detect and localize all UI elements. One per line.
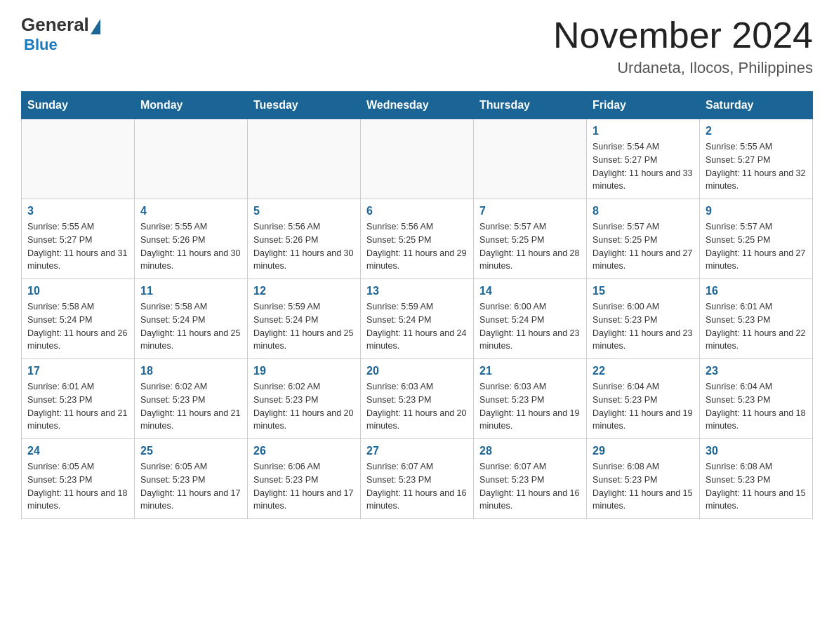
day-number: 11: [140, 285, 241, 297]
day-info: Sunrise: 6:02 AMSunset: 5:23 PMDaylight:…: [253, 380, 355, 433]
calendar-cell: 27Sunrise: 6:07 AMSunset: 5:23 PMDayligh…: [361, 439, 474, 519]
day-info: Sunrise: 6:03 AMSunset: 5:23 PMDaylight:…: [366, 380, 468, 433]
location-subtitle: Urdaneta, Ilocos, Philippines: [553, 59, 813, 77]
calendar-cell: 7Sunrise: 5:57 AMSunset: 5:25 PMDaylight…: [474, 199, 587, 279]
calendar-cell: 18Sunrise: 6:02 AMSunset: 5:23 PMDayligh…: [135, 359, 248, 439]
weekday-header-sunday: Sunday: [22, 92, 135, 119]
day-info: Sunrise: 5:58 AMSunset: 5:24 PMDaylight:…: [27, 300, 128, 353]
calendar-cell: 21Sunrise: 6:03 AMSunset: 5:23 PMDayligh…: [474, 359, 587, 439]
day-number: 1: [593, 125, 694, 137]
day-number: 22: [593, 365, 694, 377]
calendar-cell: 28Sunrise: 6:07 AMSunset: 5:23 PMDayligh…: [474, 439, 587, 519]
day-number: 27: [366, 445, 468, 457]
week-row-5: 24Sunrise: 6:05 AMSunset: 5:23 PMDayligh…: [22, 439, 813, 519]
day-number: 29: [593, 445, 694, 457]
calendar-cell: [22, 119, 135, 199]
calendar-cell: 6Sunrise: 5:56 AMSunset: 5:25 PMDaylight…: [361, 199, 474, 279]
day-number: 24: [27, 445, 128, 457]
calendar-cell: 1Sunrise: 5:54 AMSunset: 5:27 PMDaylight…: [587, 119, 700, 199]
day-info: Sunrise: 6:03 AMSunset: 5:23 PMDaylight:…: [479, 380, 581, 433]
logo-blue-text: Blue: [24, 36, 58, 54]
month-year-title: November 2024: [553, 14, 813, 56]
weekday-header-monday: Monday: [135, 92, 248, 119]
calendar-cell: 4Sunrise: 5:55 AMSunset: 5:26 PMDaylight…: [135, 199, 248, 279]
calendar-cell: 22Sunrise: 6:04 AMSunset: 5:23 PMDayligh…: [587, 359, 700, 439]
calendar-cell: 20Sunrise: 6:03 AMSunset: 5:23 PMDayligh…: [361, 359, 474, 439]
calendar-cell: 25Sunrise: 6:05 AMSunset: 5:23 PMDayligh…: [135, 439, 248, 519]
weekday-header-tuesday: Tuesday: [248, 92, 361, 119]
calendar-cell: 9Sunrise: 5:57 AMSunset: 5:25 PMDaylight…: [700, 199, 813, 279]
calendar-cell: 11Sunrise: 5:58 AMSunset: 5:24 PMDayligh…: [135, 279, 248, 359]
calendar-cell: 16Sunrise: 6:01 AMSunset: 5:23 PMDayligh…: [700, 279, 813, 359]
logo: General Blue: [21, 14, 102, 54]
day-number: 20: [366, 365, 468, 377]
title-section: November 2024 Urdaneta, Ilocos, Philippi…: [553, 14, 813, 77]
day-info: Sunrise: 5:55 AMSunset: 5:26 PMDaylight:…: [140, 220, 241, 273]
logo-general-text: General: [21, 14, 89, 36]
calendar-cell: 29Sunrise: 6:08 AMSunset: 5:23 PMDayligh…: [587, 439, 700, 519]
day-info: Sunrise: 6:08 AMSunset: 5:23 PMDaylight:…: [706, 460, 807, 513]
week-row-2: 3Sunrise: 5:55 AMSunset: 5:27 PMDaylight…: [22, 199, 813, 279]
calendar-cell: 12Sunrise: 5:59 AMSunset: 5:24 PMDayligh…: [248, 279, 361, 359]
week-row-1: 1Sunrise: 5:54 AMSunset: 5:27 PMDaylight…: [22, 119, 813, 199]
day-info: Sunrise: 6:08 AMSunset: 5:23 PMDaylight:…: [593, 460, 694, 513]
day-info: Sunrise: 6:02 AMSunset: 5:23 PMDaylight:…: [140, 380, 241, 433]
calendar-cell: 10Sunrise: 5:58 AMSunset: 5:24 PMDayligh…: [22, 279, 135, 359]
day-number: 14: [479, 285, 581, 297]
day-number: 23: [706, 365, 807, 377]
logo-triangle-icon: [91, 19, 100, 34]
day-number: 9: [706, 205, 807, 217]
day-info: Sunrise: 5:56 AMSunset: 5:25 PMDaylight:…: [366, 220, 468, 273]
weekday-header-wednesday: Wednesday: [361, 92, 474, 119]
day-info: Sunrise: 5:57 AMSunset: 5:25 PMDaylight:…: [479, 220, 581, 273]
calendar-header-row: SundayMondayTuesdayWednesdayThursdayFrid…: [22, 92, 813, 119]
day-info: Sunrise: 6:04 AMSunset: 5:23 PMDaylight:…: [593, 380, 694, 433]
day-info: Sunrise: 5:57 AMSunset: 5:25 PMDaylight:…: [706, 220, 807, 273]
day-number: 26: [253, 445, 355, 457]
calendar-cell: 14Sunrise: 6:00 AMSunset: 5:24 PMDayligh…: [474, 279, 587, 359]
day-info: Sunrise: 5:54 AMSunset: 5:27 PMDaylight:…: [593, 140, 694, 193]
day-number: 4: [140, 205, 241, 217]
day-number: 30: [706, 445, 807, 457]
day-number: 5: [253, 205, 355, 217]
day-info: Sunrise: 6:00 AMSunset: 5:23 PMDaylight:…: [593, 300, 694, 353]
day-info: Sunrise: 6:05 AMSunset: 5:23 PMDaylight:…: [140, 460, 241, 513]
week-row-3: 10Sunrise: 5:58 AMSunset: 5:24 PMDayligh…: [22, 279, 813, 359]
calendar-cell: [135, 119, 248, 199]
day-number: 15: [593, 285, 694, 297]
day-info: Sunrise: 6:01 AMSunset: 5:23 PMDaylight:…: [706, 300, 807, 353]
day-info: Sunrise: 5:59 AMSunset: 5:24 PMDaylight:…: [366, 300, 468, 353]
day-info: Sunrise: 6:06 AMSunset: 5:23 PMDaylight:…: [253, 460, 355, 513]
calendar-cell: 26Sunrise: 6:06 AMSunset: 5:23 PMDayligh…: [248, 439, 361, 519]
day-info: Sunrise: 5:58 AMSunset: 5:24 PMDaylight:…: [140, 300, 241, 353]
calendar-cell: 17Sunrise: 6:01 AMSunset: 5:23 PMDayligh…: [22, 359, 135, 439]
day-info: Sunrise: 6:07 AMSunset: 5:23 PMDaylight:…: [479, 460, 581, 513]
calendar-cell: 2Sunrise: 5:55 AMSunset: 5:27 PMDaylight…: [700, 119, 813, 199]
calendar-cell: 24Sunrise: 6:05 AMSunset: 5:23 PMDayligh…: [22, 439, 135, 519]
day-number: 18: [140, 365, 241, 377]
weekday-header-saturday: Saturday: [700, 92, 813, 119]
calendar-cell: [248, 119, 361, 199]
calendar-cell: 19Sunrise: 6:02 AMSunset: 5:23 PMDayligh…: [248, 359, 361, 439]
day-number: 8: [593, 205, 694, 217]
day-info: Sunrise: 5:56 AMSunset: 5:26 PMDaylight:…: [253, 220, 355, 273]
calendar-cell: 5Sunrise: 5:56 AMSunset: 5:26 PMDaylight…: [248, 199, 361, 279]
day-number: 3: [27, 205, 128, 217]
day-number: 16: [706, 285, 807, 297]
day-number: 10: [27, 285, 128, 297]
day-number: 2: [706, 125, 807, 137]
day-number: 19: [253, 365, 355, 377]
day-info: Sunrise: 5:55 AMSunset: 5:27 PMDaylight:…: [706, 140, 807, 193]
page-header: General Blue November 2024 Urdaneta, Ilo…: [21, 14, 813, 77]
calendar-table: SundayMondayTuesdayWednesdayThursdayFrid…: [21, 91, 813, 519]
weekday-header-friday: Friday: [587, 92, 700, 119]
day-info: Sunrise: 6:07 AMSunset: 5:23 PMDaylight:…: [366, 460, 468, 513]
calendar-cell: [361, 119, 474, 199]
day-info: Sunrise: 5:57 AMSunset: 5:25 PMDaylight:…: [593, 220, 694, 273]
calendar-cell: 30Sunrise: 6:08 AMSunset: 5:23 PMDayligh…: [700, 439, 813, 519]
day-info: Sunrise: 5:59 AMSunset: 5:24 PMDaylight:…: [253, 300, 355, 353]
week-row-4: 17Sunrise: 6:01 AMSunset: 5:23 PMDayligh…: [22, 359, 813, 439]
calendar-cell: 23Sunrise: 6:04 AMSunset: 5:23 PMDayligh…: [700, 359, 813, 439]
weekday-header-thursday: Thursday: [474, 92, 587, 119]
calendar-cell: 8Sunrise: 5:57 AMSunset: 5:25 PMDaylight…: [587, 199, 700, 279]
